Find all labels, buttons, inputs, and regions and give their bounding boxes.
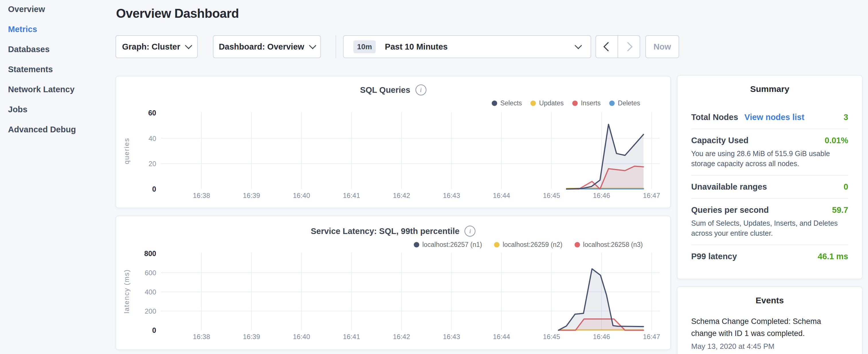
summary-row-queries-per-second: Queries per second 59.7 Sum of Selects, …	[691, 199, 848, 245]
event-timestamp: May 13, 2020 at 4:45 PM	[691, 342, 848, 351]
sidebar-item-overview[interactable]: Overview	[8, 4, 115, 14]
svg-text:0: 0	[152, 185, 156, 193]
svg-text:16:40: 16:40	[293, 192, 310, 199]
view-nodes-list-link[interactable]: View nodes list	[744, 112, 804, 122]
chevron-down-icon	[309, 42, 316, 49]
svg-text:200: 200	[145, 307, 156, 315]
svg-text:0: 0	[152, 326, 156, 334]
event-item[interactable]: Schema Change Completed: Schema change w…	[691, 316, 848, 351]
svg-text:800: 800	[144, 250, 156, 257]
summary-label: P99 latency	[691, 252, 737, 261]
svg-text:queries: queries	[123, 138, 130, 164]
summary-label: Total Nodes	[691, 112, 738, 122]
summary-value: 3	[844, 112, 848, 122]
sidebar-nav: Overview Metrics Databases Statements Ne…	[0, 0, 115, 354]
graph-scope-label: Graph: Cluster	[122, 42, 180, 52]
now-button[interactable]: Now	[645, 35, 679, 58]
toolbar-divider	[336, 35, 336, 58]
svg-text:16:39: 16:39	[243, 333, 260, 341]
svg-text:16:44: 16:44	[493, 333, 510, 341]
chevron-right-icon	[623, 42, 633, 52]
svg-text:16:44: 16:44	[493, 192, 510, 199]
sql-queries-card: SQL Queries i Selects Updates Inserts De…	[116, 76, 671, 208]
summary-row-p99-latency: P99 latency 46.1 ms	[691, 245, 848, 268]
chevron-down-icon	[575, 42, 582, 49]
time-pager-group	[595, 35, 640, 58]
events-title: Events	[677, 287, 862, 305]
service-latency-chart[interactable]: 16:3816:3916:4016:4116:4216:4316:4416:45…	[116, 216, 670, 349]
svg-text:16:40: 16:40	[293, 333, 310, 341]
next-time-button[interactable]	[618, 36, 640, 58]
sidebar-item-databases[interactable]: Databases	[8, 44, 115, 54]
sidebar-item-metrics[interactable]: Metrics	[8, 24, 115, 34]
time-range-dropdown[interactable]: 10m Past 10 Minutes	[343, 35, 591, 58]
svg-text:latency (ms): latency (ms)	[123, 269, 130, 314]
summary-value: 0	[844, 182, 848, 192]
svg-text:600: 600	[145, 269, 156, 277]
svg-text:60: 60	[148, 109, 156, 117]
svg-text:16:41: 16:41	[343, 192, 360, 199]
summary-row-total-nodes: Total Nodes View nodes list 3	[691, 106, 848, 129]
svg-text:400: 400	[145, 288, 156, 296]
time-range-label: Past 10 Minutes	[385, 42, 447, 52]
svg-text:20: 20	[149, 160, 156, 167]
prev-time-button[interactable]	[596, 36, 618, 58]
graph-scope-dropdown[interactable]: Graph: Cluster	[116, 35, 198, 58]
summary-value: 59.7	[832, 205, 848, 215]
summary-row-capacity-used: Capacity Used 0.01% You are using 28.6 M…	[691, 129, 848, 175]
sidebar-item-network-latency[interactable]: Network Latency	[8, 85, 115, 94]
svg-text:16:41: 16:41	[343, 333, 360, 341]
summary-description: Sum of Selects, Updates, Inserts, and De…	[691, 218, 848, 238]
svg-text:16:42: 16:42	[393, 192, 410, 199]
summary-panel: Summary Total Nodes View nodes list 3 Ca…	[677, 75, 863, 279]
dashboard-dropdown[interactable]: Dashboard: Overview	[213, 35, 321, 58]
svg-text:16:43: 16:43	[443, 333, 460, 341]
svg-text:16:46: 16:46	[593, 192, 610, 199]
sql-queries-chart[interactable]: 16:3816:3916:4016:4116:4216:4316:4416:45…	[116, 76, 670, 207]
sidebar-item-jobs[interactable]: Jobs	[8, 104, 115, 114]
svg-text:16:46: 16:46	[593, 333, 610, 341]
events-panel: Events Schema Change Completed: Schema c…	[677, 286, 863, 354]
dashboard-label: Dashboard: Overview	[219, 42, 304, 52]
summary-title: Summary	[677, 75, 862, 94]
summary-label: Capacity Used	[691, 136, 748, 145]
service-latency-card: Service Latency: SQL, 99th percentile i …	[116, 216, 671, 350]
svg-text:16:39: 16:39	[243, 192, 260, 199]
summary-description: You are using 28.6 MiB of 515.9 GiB usab…	[691, 149, 848, 168]
svg-text:16:42: 16:42	[393, 333, 410, 341]
page-title: Overview Dashboard	[116, 6, 239, 21]
sidebar-item-statements[interactable]: Statements	[8, 64, 115, 74]
svg-text:16:47: 16:47	[643, 192, 660, 199]
svg-text:40: 40	[149, 135, 156, 142]
svg-text:16:38: 16:38	[193, 192, 210, 199]
summary-label: Queries per second	[691, 205, 769, 215]
sidebar-item-advanced-debug[interactable]: Advanced Debug	[8, 125, 115, 134]
summary-row-unavailable-ranges: Unavailable ranges 0	[691, 175, 848, 199]
svg-text:16:45: 16:45	[543, 192, 560, 199]
summary-value: 46.1 ms	[818, 252, 848, 261]
svg-text:16:38: 16:38	[193, 333, 210, 341]
svg-text:16:45: 16:45	[543, 333, 560, 341]
summary-value: 0.01%	[825, 136, 848, 145]
summary-label: Unavailable ranges	[691, 182, 767, 192]
event-text: Schema Change Completed: Schema change w…	[691, 316, 848, 340]
chevron-down-icon	[185, 42, 192, 49]
db-console-app: Overview Metrics Databases Statements Ne…	[0, 0, 868, 354]
time-window-badge: 10m	[353, 40, 376, 53]
svg-text:16:47: 16:47	[643, 333, 660, 341]
chevron-left-icon	[603, 42, 613, 52]
svg-text:16:43: 16:43	[443, 192, 460, 199]
